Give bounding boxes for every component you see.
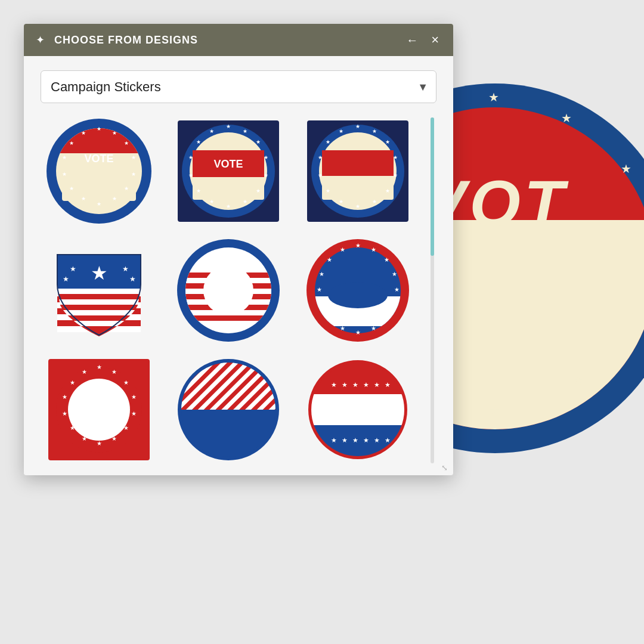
svg-text:★: ★ [62, 154, 67, 160]
svg-text:★: ★ [394, 286, 399, 293]
svg-text:★: ★ [385, 139, 390, 145]
svg-text:★: ★ [256, 139, 261, 145]
sticker-item-8[interactable] [170, 356, 287, 463]
svg-text:★: ★ [326, 188, 330, 194]
svg-text:★: ★ [355, 203, 360, 209]
sticker-item-1[interactable]: VOTE ★ ★ ★ ★ ★ ★ ★ ★ ★ ★ ★ ★ [41, 117, 158, 225]
svg-text:★: ★ [131, 410, 137, 417]
svg-text:★: ★ [342, 381, 348, 388]
svg-rect-154 [311, 363, 404, 394]
svg-text:★: ★ [318, 271, 324, 277]
svg-text:★: ★ [97, 364, 102, 370]
svg-text:★: ★ [385, 188, 390, 194]
dialog-header: ✦ CHOOSE FROM DESIGNS ← × [24, 24, 453, 56]
svg-text:★: ★ [123, 379, 129, 386]
svg-text:★: ★ [188, 154, 193, 160]
svg-text:★: ★ [318, 172, 323, 178]
sticker-item-9[interactable]: ★ ★ ★ ★ ★ ★ ★ ★ ★ ★ ★ ★ [299, 356, 416, 463]
scroll-thumb [431, 117, 434, 256]
svg-text:★: ★ [363, 381, 369, 388]
svg-rect-79 [54, 289, 144, 294]
svg-text:★: ★ [370, 325, 376, 332]
svg-text:★: ★ [339, 199, 343, 205]
svg-text:★: ★ [124, 185, 129, 191]
svg-rect-35 [193, 176, 264, 200]
svg-text:★: ★ [131, 394, 137, 400]
svg-text:★: ★ [264, 154, 268, 160]
sticker-item-7[interactable]: ★ ★ ★ ★ ★ ★ ★ ★ ★ ★ ★ ★ ★ ★ [41, 356, 158, 463]
svg-text:★: ★ [372, 128, 377, 134]
svg-text:★: ★ [339, 325, 345, 332]
svg-text:★: ★ [374, 381, 380, 388]
svg-text:★: ★ [326, 256, 332, 263]
close-button[interactable]: × [429, 33, 441, 47]
svg-text:★: ★ [188, 172, 193, 178]
svg-text:★: ★ [339, 128, 343, 134]
svg-text:★: ★ [226, 203, 231, 209]
svg-rect-56 [322, 176, 394, 200]
svg-point-129 [68, 379, 130, 441]
svg-text:★: ★ [370, 246, 376, 253]
sticker-item-3[interactable]: ★ ★ ★ ★ ★ ★ ★ ★ ★ ★ ★ ★ ★ ★ [299, 117, 416, 225]
svg-text:★: ★ [124, 140, 129, 146]
svg-text:★: ★ [97, 126, 101, 132]
svg-text:★: ★ [91, 262, 108, 284]
svg-text:★: ★ [355, 242, 360, 249]
svg-text:VOTE: VOTE [85, 153, 114, 165]
svg-text:★: ★ [256, 188, 261, 194]
dialog-body: Campaign Stickers Election Badges Patrio… [24, 56, 453, 475]
svg-text:★: ★ [209, 128, 214, 134]
svg-text:★: ★ [326, 315, 332, 321]
sticker-item-5[interactable] [170, 237, 287, 344]
svg-text:★: ★ [62, 171, 67, 177]
svg-text:★: ★ [97, 440, 102, 447]
svg-text:★: ★ [355, 123, 360, 129]
svg-text:★: ★ [226, 123, 231, 129]
svg-text:★: ★ [69, 140, 74, 146]
svg-text:★: ★ [131, 154, 136, 160]
sticker-grid: VOTE ★ ★ ★ ★ ★ ★ ★ ★ ★ ★ ★ ★ [41, 117, 436, 463]
svg-rect-82 [54, 305, 144, 310]
svg-text:VOTE: VOTE [213, 158, 243, 170]
svg-text:★: ★ [97, 201, 101, 207]
dropdown-wrapper: Campaign Stickers Election Badges Patrio… [41, 70, 436, 103]
svg-point-109 [328, 282, 388, 308]
sticker-item-6[interactable]: ★ ★ ★ ★ ★ ★ ★ ★ ★ ★ ★ ★ ★ ★ ★ [299, 237, 416, 344]
svg-text:★: ★ [81, 196, 86, 202]
svg-text:★: ★ [339, 246, 345, 253]
svg-text:★: ★ [82, 369, 87, 375]
svg-text:★: ★ [363, 436, 369, 444]
svg-text:★: ★ [81, 130, 86, 136]
sticker-item-2[interactable]: VOTE ★ ★ ★ ★ ★ ★ ★ ★ ★ ★ ★ ★ ★ [170, 117, 287, 225]
svg-rect-103 [185, 315, 271, 321]
svg-text:★: ★ [62, 410, 67, 417]
scrollbar[interactable] [431, 117, 434, 463]
svg-text:★: ★ [243, 199, 247, 205]
svg-rect-57 [322, 150, 394, 176]
svg-text:★: ★ [70, 379, 75, 386]
svg-text:★: ★ [316, 286, 321, 293]
svg-text:★: ★ [196, 139, 201, 145]
dialog-title: CHOOSE FROM DESIGNS [54, 34, 395, 47]
svg-text:★: ★ [391, 271, 397, 277]
svg-text:★: ★ [122, 265, 129, 273]
category-dropdown[interactable]: Campaign Stickers Election Badges Patrio… [41, 70, 436, 103]
svg-text:★: ★ [488, 91, 499, 104]
svg-text:★: ★ [352, 436, 358, 444]
svg-text:★: ★ [374, 436, 380, 444]
svg-rect-149 [179, 410, 277, 459]
sticker-item-4[interactable]: ★ ★ ★ ★ ★ [41, 237, 158, 344]
svg-text:★: ★ [70, 425, 75, 431]
svg-rect-81 [54, 299, 144, 305]
resize-handle[interactable]: ⤡ [441, 463, 451, 473]
svg-text:★: ★ [385, 436, 391, 444]
back-button[interactable]: ← [401, 34, 423, 46]
svg-text:★: ★ [385, 381, 391, 388]
svg-text:★: ★ [82, 435, 87, 442]
svg-text:★: ★ [318, 154, 323, 160]
svg-text:★: ★ [70, 265, 76, 273]
svg-text:★: ★ [383, 256, 389, 263]
svg-point-104 [203, 265, 253, 315]
svg-text:★: ★ [393, 172, 398, 178]
svg-text:★: ★ [129, 275, 136, 283]
